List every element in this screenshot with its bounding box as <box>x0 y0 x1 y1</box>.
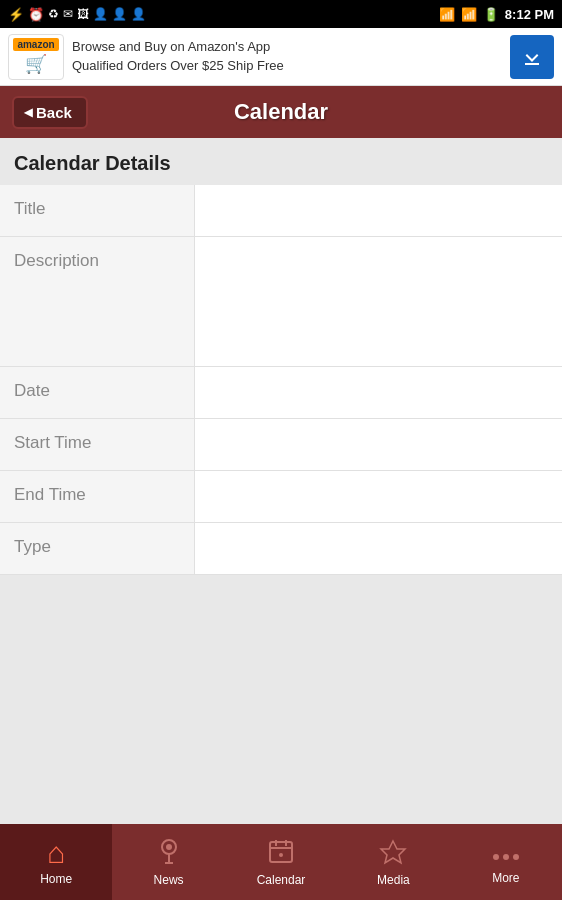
download-icon <box>520 45 544 69</box>
start-time-label: Start Time <box>0 419 195 470</box>
description-label: Description <box>0 237 195 366</box>
status-right: 📶 📶 🔋 8:12 PM <box>439 7 554 22</box>
alarm-icon: ⏰ <box>28 7 44 22</box>
ad-banner: amazon 🛒 Browse and Buy on Amazon's App … <box>0 28 562 86</box>
form-row-end-time: End Time <box>0 471 562 523</box>
end-time-input[interactable] <box>195 471 562 522</box>
form-row-start-time: Start Time <box>0 419 562 471</box>
form-container: Title Description Date Start Time <box>0 185 562 575</box>
nav-item-news[interactable]: News <box>112 824 224 900</box>
wifi-icon: 📶 <box>439 7 455 22</box>
nav-item-calendar[interactable]: Calendar <box>225 824 337 900</box>
svg-point-8 <box>279 853 283 857</box>
media-icon <box>379 837 407 869</box>
nav-label-calendar: Calendar <box>257 873 306 887</box>
image-icon: 🖼 <box>77 7 89 21</box>
svg-point-3 <box>166 844 172 850</box>
nav-item-more[interactable]: More <box>450 824 562 900</box>
nav-label-media: Media <box>377 873 410 887</box>
form-row-date: Date <box>0 367 562 419</box>
title-input[interactable] <box>195 185 562 236</box>
bottom-nav: ⌂ Home News Calendar <box>0 824 562 900</box>
ad-download-button[interactable] <box>510 35 554 79</box>
amazon-cart-icon: 🛒 <box>25 53 47 75</box>
recycle-icon: ♻ <box>48 7 59 21</box>
clock-display: 8:12 PM <box>505 7 554 22</box>
user2-icon: 👤 <box>112 7 127 21</box>
battery-icon: 🔋 <box>483 7 499 22</box>
status-bar: ⚡ ⏰ ♻ ✉ 🖼 👤 👤 👤 📶 📶 🔋 8:12 PM <box>0 0 562 28</box>
date-label: Date <box>0 367 195 418</box>
top-nav-bar: Back Calendar <box>0 86 562 138</box>
more-icon <box>493 839 519 867</box>
content-area: Calendar Details Title Description Date <box>0 138 562 575</box>
start-time-input[interactable] <box>195 419 562 470</box>
back-button[interactable]: Back <box>12 96 88 129</box>
page-title: Calendar <box>234 99 328 125</box>
status-icons-left: ⚡ ⏰ ♻ ✉ 🖼 👤 👤 👤 <box>8 7 146 22</box>
ad-line1: Browse and Buy on Amazon's App <box>72 38 502 56</box>
nav-item-home[interactable]: ⌂ Home <box>0 824 112 900</box>
description-input[interactable] <box>195 237 562 366</box>
news-icon <box>155 837 183 869</box>
title-label: Title <box>0 185 195 236</box>
amazon-logo: amazon 🛒 <box>8 34 64 80</box>
nav-label-home: Home <box>40 872 72 886</box>
form-row-type: Type <box>0 523 562 575</box>
usb-icon: ⚡ <box>8 7 24 22</box>
calendar-icon <box>267 837 295 869</box>
ad-text: Browse and Buy on Amazon's App Qualified… <box>72 38 502 74</box>
end-time-label: End Time <box>0 471 195 522</box>
email-icon: ✉ <box>63 7 73 21</box>
date-input[interactable] <box>195 367 562 418</box>
svg-marker-9 <box>381 841 405 863</box>
user3-icon: 👤 <box>131 7 146 21</box>
form-row-title: Title <box>0 185 562 237</box>
user1-icon: 👤 <box>93 7 108 21</box>
nav-item-media[interactable]: Media <box>337 824 449 900</box>
nav-label-news: News <box>154 873 184 887</box>
type-input[interactable] <box>195 523 562 574</box>
svg-rect-4 <box>270 842 292 862</box>
type-label: Type <box>0 523 195 574</box>
signal-icon: 📶 <box>461 7 477 22</box>
section-header: Calendar Details <box>0 138 562 185</box>
nav-label-more: More <box>492 871 519 885</box>
form-row-description: Description <box>0 237 562 367</box>
ad-line2: Qualified Orders Over $25 Ship Free <box>72 57 502 75</box>
home-icon: ⌂ <box>47 838 65 868</box>
amazon-logo-text: amazon <box>13 38 58 51</box>
